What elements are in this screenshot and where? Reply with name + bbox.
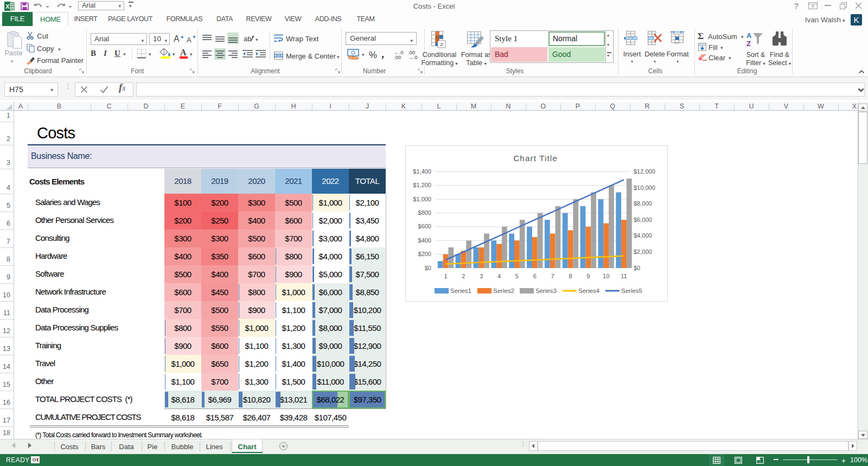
svg-text:Series3: Series3	[535, 288, 557, 294]
svg-text:8: 8	[569, 273, 572, 279]
svg-text:$0: $0	[634, 265, 640, 271]
svg-text:Chart Title: Chart Title	[513, 154, 558, 163]
svg-text:≠: ≠	[440, 41, 444, 48]
svg-text:Series2: Series2	[493, 288, 514, 294]
svg-text:3: 3	[480, 273, 483, 279]
svg-text:X: X	[5, 3, 10, 10]
svg-text:9: 9	[586, 273, 590, 279]
svg-text:$800: $800	[418, 209, 431, 216]
svg-text:1: 1	[444, 273, 447, 279]
svg-text:5: 5	[515, 273, 519, 279]
svg-text:A: A	[746, 31, 752, 40]
svg-text:Series5: Series5	[621, 288, 642, 294]
svg-text:Series1: Series1	[450, 288, 471, 294]
svg-text:11: 11	[621, 273, 627, 279]
svg-text:6: 6	[533, 273, 537, 279]
svg-text:$0: $0	[425, 265, 431, 271]
svg-text:$1,000: $1,000	[413, 196, 431, 202]
svg-text:$1,400: $1,400	[413, 168, 431, 175]
svg-text:$1,200: $1,200	[413, 182, 431, 188]
svg-text:$200: $200	[418, 251, 431, 257]
svg-text:Z: Z	[746, 40, 751, 48]
svg-text:$6,000: $6,000	[634, 216, 652, 223]
svg-text:$8,000: $8,000	[634, 200, 652, 207]
svg-text:Series4: Series4	[578, 288, 600, 294]
svg-text:ab: ab	[244, 35, 251, 43]
svg-text:$4,000: $4,000	[634, 232, 652, 239]
svg-text:2: 2	[462, 273, 465, 279]
svg-text:10: 10	[603, 273, 609, 279]
svg-text:$2,000: $2,000	[634, 248, 652, 255]
svg-text:$600: $600	[418, 223, 431, 229]
svg-text:$12,000: $12,000	[634, 168, 655, 175]
svg-text:7: 7	[551, 273, 554, 279]
svg-text:$400: $400	[418, 237, 431, 244]
svg-text:4: 4	[497, 273, 501, 279]
svg-text:$10,000: $10,000	[634, 184, 655, 191]
